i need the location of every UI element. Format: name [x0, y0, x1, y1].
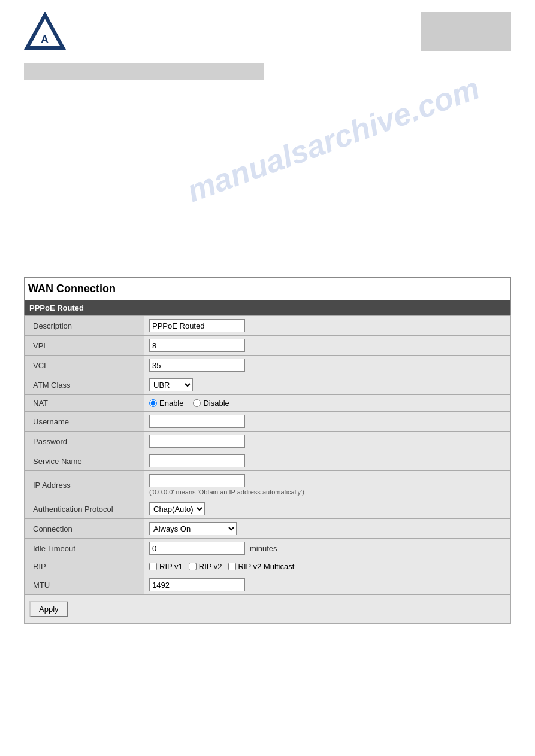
table-row: NAT Enable Disable	[25, 395, 511, 412]
username-input[interactable]	[149, 415, 245, 428]
apply-row: Apply	[25, 595, 511, 624]
rip-v1-checkbox[interactable]	[149, 563, 157, 570]
idle-timeout-value-cell: minutes	[144, 539, 511, 558]
apply-cell: Apply	[25, 595, 511, 624]
minutes-label: minutes	[250, 544, 277, 553]
table-row: RIP RIP v1 RIP v2 RIP v2 Multicast	[25, 558, 511, 575]
table-row: Password	[25, 432, 511, 451]
rip-v2-multicast-checkbox[interactable]	[228, 563, 236, 570]
mtu-value-cell	[144, 575, 511, 595]
atm-class-select[interactable]: UBR CBR VBR-nrt VBR-rt	[149, 378, 193, 391]
vci-input[interactable]	[149, 359, 245, 372]
atm-class-label: ATM Class	[25, 375, 144, 395]
vci-value-cell	[144, 356, 511, 375]
description-value-cell	[144, 316, 511, 336]
nat-enable-label[interactable]: Enable	[149, 399, 183, 408]
table-row: Username	[25, 412, 511, 432]
vpi-label: VPI	[25, 336, 144, 356]
table-row: IP Address ('0.0.0.0' means 'Obtain an I…	[25, 471, 511, 499]
service-name-input[interactable]	[149, 454, 245, 467]
main-content: WAN Connection PPPoE Routed Description …	[0, 277, 535, 648]
auth-protocol-value-cell: Chap(Auto) PAP CHAP	[144, 499, 511, 519]
atm-class-value-cell: UBR CBR VBR-nrt VBR-rt	[144, 375, 511, 395]
vpi-value-cell	[144, 336, 511, 356]
logo-icon: A	[24, 12, 66, 51]
username-value-cell	[144, 412, 511, 432]
rip-v2-multicast-text: RIP v2 Multicast	[238, 562, 295, 571]
service-name-label: Service Name	[25, 451, 144, 471]
rip-v2-text: RIP v2	[199, 562, 222, 571]
password-label: Password	[25, 432, 144, 451]
vpi-input[interactable]	[149, 339, 245, 352]
table-row: Connection Always On Connect on Demand M…	[25, 519, 511, 539]
connection-label: Connection	[25, 519, 144, 539]
header-image-box	[421, 12, 511, 51]
auth-protocol-select[interactable]: Chap(Auto) PAP CHAP	[149, 502, 205, 515]
apply-button[interactable]: Apply	[29, 601, 68, 617]
connection-value-cell: Always On Connect on Demand Manual	[144, 519, 511, 539]
ip-address-label: IP Address	[25, 471, 144, 499]
nat-label: NAT	[25, 395, 144, 412]
rip-v2-label[interactable]: RIP v2	[189, 562, 222, 571]
username-label: Username	[25, 412, 144, 432]
nat-enable-radio[interactable]	[149, 399, 157, 407]
connection-select[interactable]: Always On Connect on Demand Manual	[149, 522, 237, 535]
rip-label: RIP	[25, 558, 144, 575]
rip-v1-text: RIP v1	[159, 562, 183, 571]
nat-disable-label[interactable]: Disable	[193, 399, 229, 408]
table-row: Service Name	[25, 451, 511, 471]
ip-address-note: ('0.0.0.0' means 'Obtain an IP address a…	[149, 488, 506, 496]
password-value-cell	[144, 432, 511, 451]
description-input[interactable]	[149, 319, 245, 332]
navigation-bar	[24, 63, 264, 80]
rip-checkbox-group: RIP v1 RIP v2 RIP v2 Multicast	[149, 562, 506, 571]
ip-address-value-cell: ('0.0.0.0' means 'Obtain an IP address a…	[144, 471, 511, 499]
table-row: ATM Class UBR CBR VBR-nrt VBR-rt	[25, 375, 511, 395]
watermark-area: manualsarchive.com	[0, 86, 535, 277]
rip-v2-multicast-label[interactable]: RIP v2 Multicast	[228, 562, 295, 571]
table-row: VCI	[25, 356, 511, 375]
nat-radio-group: Enable Disable	[149, 399, 506, 408]
header: A	[0, 0, 535, 57]
idle-timeout-label: Idle Timeout	[25, 539, 144, 558]
watermark-text: manualsarchive.com	[182, 70, 484, 209]
table-row: MTU	[25, 575, 511, 595]
wan-connection-title: WAN Connection	[25, 278, 511, 300]
table-row: VPI	[25, 336, 511, 356]
nat-disable-radio[interactable]	[193, 399, 201, 407]
idle-timeout-input[interactable]	[149, 542, 245, 555]
ip-address-input[interactable]	[149, 474, 245, 487]
table-row: Authentication Protocol Chap(Auto) PAP C…	[25, 499, 511, 519]
wan-connection-table: WAN Connection PPPoE Routed Description …	[24, 277, 511, 624]
mtu-input[interactable]	[149, 578, 245, 591]
vci-label: VCI	[25, 356, 144, 375]
svg-text:A: A	[41, 34, 49, 45]
nat-enable-text: Enable	[159, 399, 183, 408]
service-name-value-cell	[144, 451, 511, 471]
password-input[interactable]	[149, 435, 245, 448]
nat-disable-text: Disable	[203, 399, 229, 408]
section-header-pppoe: PPPoE Routed	[25, 300, 511, 316]
logo-area: A	[24, 12, 66, 51]
rip-value-cell: RIP v1 RIP v2 RIP v2 Multicast	[144, 558, 511, 575]
rip-v1-label[interactable]: RIP v1	[149, 562, 183, 571]
mtu-label: MTU	[25, 575, 144, 595]
table-row: Description	[25, 316, 511, 336]
description-label: Description	[25, 316, 144, 336]
nat-value-cell: Enable Disable	[144, 395, 511, 412]
table-row: Idle Timeout minutes	[25, 539, 511, 558]
idle-timeout-row: minutes	[149, 542, 506, 555]
auth-protocol-label: Authentication Protocol	[25, 499, 144, 519]
rip-v2-checkbox[interactable]	[189, 563, 197, 570]
